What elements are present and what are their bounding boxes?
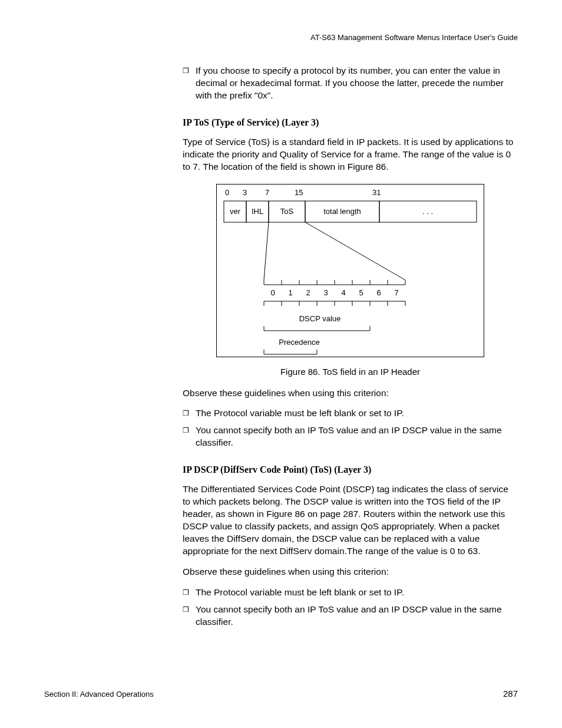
bullet-icon: ❐: [183, 587, 196, 599]
section-heading-dscp: IP DSCP (DiffServ Code Point) (ToS) (Lay…: [183, 465, 518, 475]
list-item: ❐ You cannot specify both an IP ToS valu…: [183, 424, 518, 449]
svg-text:ver: ver: [230, 207, 241, 216]
svg-text:5: 5: [359, 288, 363, 297]
svg-text:Precedence: Precedence: [279, 338, 319, 347]
figure-caption: Figure 86. ToS field in an IP Header: [183, 367, 518, 377]
paragraph: The Differentiated Services Code Point (…: [183, 483, 518, 558]
svg-text:7: 7: [265, 188, 269, 197]
svg-text:15: 15: [295, 188, 303, 197]
svg-text:ToS: ToS: [280, 207, 294, 216]
list-item: ❐ The Protocol variable must be left bla…: [183, 587, 518, 599]
bullet-icon: ❐: [183, 604, 196, 628]
svg-text:31: 31: [372, 188, 381, 197]
svg-line-15: [264, 222, 269, 280]
bullet-text: The Protocol variable must be left blank…: [196, 407, 518, 420]
footer-section-label: Section II: Advanced Operations: [44, 690, 154, 699]
svg-line-16: [305, 222, 405, 280]
page-content: ❐ If you choose to specify a protocol by…: [183, 65, 518, 633]
svg-text:3: 3: [243, 188, 247, 197]
svg-text:6: 6: [376, 288, 381, 297]
svg-text:1: 1: [288, 288, 292, 297]
svg-text:0: 0: [270, 288, 275, 297]
svg-text:IHL: IHL: [252, 207, 263, 216]
paragraph: Observe these guidelines when using this…: [183, 566, 518, 578]
ip-header-diagram: 0 3 7 15 31 ver IHL ToS total length . .…: [217, 185, 484, 357]
section-heading-tos: IP ToS (Type of Service) (Layer 3): [183, 117, 518, 128]
bullet-icon: ❐: [183, 424, 196, 449]
svg-text:total length: total length: [323, 207, 361, 216]
list-item: ❐ The Protocol variable must be left bla…: [183, 407, 518, 420]
list-item: ❐ If you choose to specify a protocol by…: [183, 65, 518, 102]
bullet-text: You cannot specify both an IP ToS value …: [196, 604, 518, 628]
list-item: ❐ You cannot specify both an IP ToS valu…: [183, 604, 518, 628]
page-number: 287: [503, 689, 518, 699]
figure-tos-header: 0 3 7 15 31 ver IHL ToS total length . .…: [216, 184, 484, 357]
paragraph: Type of Service (ToS) is a standard fiel…: [183, 136, 518, 173]
bullet-icon: ❐: [183, 65, 196, 102]
bullet-text: The Protocol variable must be left blank…: [196, 587, 518, 599]
bullet-text: You cannot specify both an IP ToS value …: [196, 424, 518, 449]
svg-text:3: 3: [323, 288, 328, 297]
bullet-icon: ❐: [183, 407, 196, 420]
bullet-text: If you choose to specify a protocol by i…: [196, 65, 518, 102]
svg-text:7: 7: [394, 288, 398, 297]
svg-text:0: 0: [225, 188, 229, 197]
svg-text:. . .: . . .: [422, 207, 433, 216]
svg-text:2: 2: [306, 288, 310, 297]
paragraph: Observe these guidelines when using this…: [183, 387, 518, 400]
svg-text:DSCP value: DSCP value: [299, 314, 341, 323]
page-header: AT-S63 Management Software Menus Interfa…: [310, 33, 518, 42]
svg-text:4: 4: [341, 288, 345, 297]
